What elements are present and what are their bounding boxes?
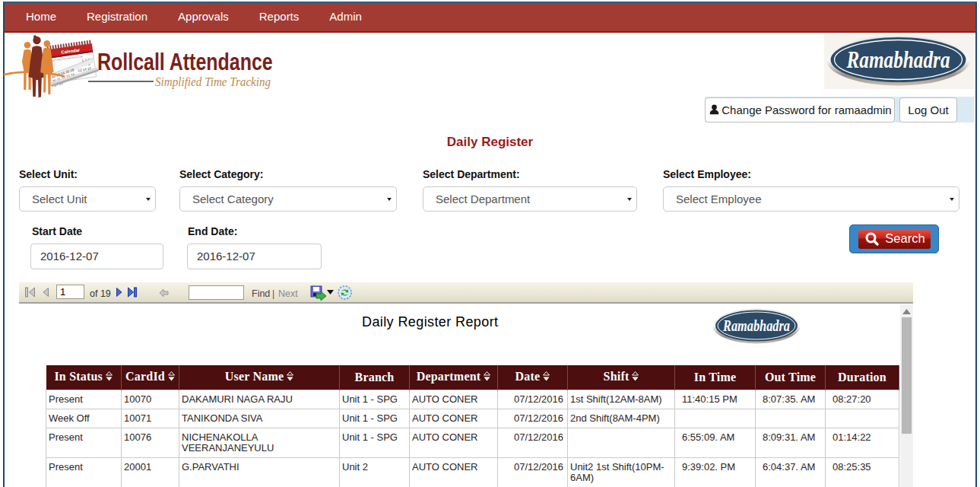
svg-text:Ramabhadra: Ramabhadra bbox=[846, 46, 950, 73]
svg-text:Ramabhadra: Ramabhadra bbox=[722, 317, 790, 335]
